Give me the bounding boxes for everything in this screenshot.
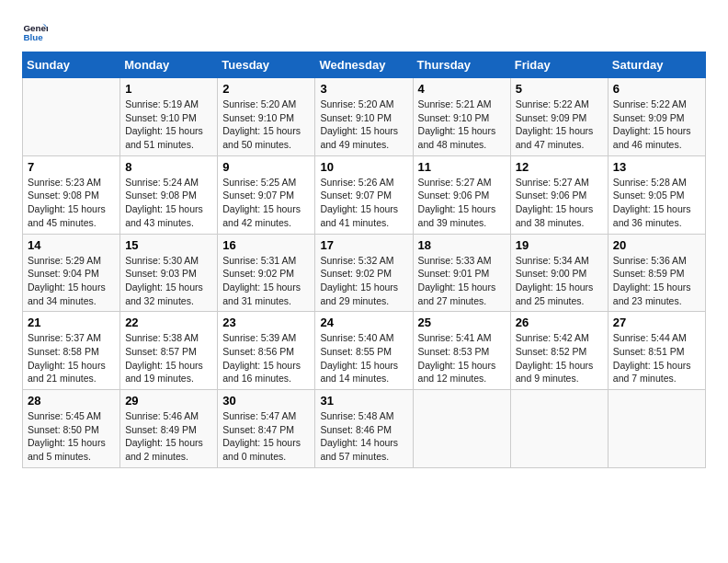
calendar-cell: 27Sunrise: 5:44 AM Sunset: 8:51 PM Dayli… [608, 312, 705, 390]
day-number: 22 [125, 316, 212, 329]
day-info: Sunrise: 5:46 AM Sunset: 8:49 PM Dayligh… [125, 409, 212, 464]
day-number: 23 [222, 316, 310, 329]
calendar-cell: 11Sunrise: 5:27 AM Sunset: 9:06 PM Dayli… [413, 155, 510, 234]
day-number: 11 [418, 160, 506, 174]
day-number: 30 [222, 394, 310, 408]
day-number: 20 [613, 238, 700, 252]
day-info: Sunrise: 5:32 AM Sunset: 9:02 PM Dayligh… [320, 254, 407, 308]
calendar-cell: 26Sunrise: 5:42 AM Sunset: 8:52 PM Dayli… [510, 312, 608, 390]
calendar-cell: 10Sunrise: 5:26 AM Sunset: 9:07 PM Dayli… [315, 155, 413, 234]
calendar-cell: 4Sunrise: 5:21 AM Sunset: 9:10 PM Daylig… [413, 78, 510, 156]
svg-text:Blue: Blue [23, 32, 43, 42]
calendar-cell [413, 390, 510, 468]
day-number: 13 [613, 160, 700, 174]
calendar-cell: 31Sunrise: 5:48 AM Sunset: 8:46 PM Dayli… [315, 390, 413, 468]
day-number: 10 [320, 160, 407, 174]
calendar-cell: 25Sunrise: 5:41 AM Sunset: 8:53 PM Dayli… [413, 312, 510, 390]
calendar-cell: 5Sunrise: 5:22 AM Sunset: 9:09 PM Daylig… [510, 78, 608, 156]
day-number: 8 [125, 160, 212, 174]
day-header-thursday: Thursday [413, 52, 510, 78]
calendar-week-4: 21Sunrise: 5:37 AM Sunset: 8:58 PM Dayli… [23, 312, 706, 390]
day-info: Sunrise: 5:19 AM Sunset: 9:10 PM Dayligh… [125, 98, 212, 152]
day-number: 29 [125, 394, 212, 408]
day-number: 27 [613, 316, 700, 329]
day-header-monday: Monday [120, 52, 218, 78]
day-info: Sunrise: 5:24 AM Sunset: 9:08 PM Dayligh… [125, 176, 212, 230]
calendar-cell: 29Sunrise: 5:46 AM Sunset: 8:49 PM Dayli… [120, 390, 218, 468]
day-info: Sunrise: 5:23 AM Sunset: 9:08 PM Dayligh… [28, 176, 115, 230]
day-number: 2 [222, 82, 310, 96]
day-info: Sunrise: 5:20 AM Sunset: 9:10 PM Dayligh… [222, 98, 310, 152]
day-header-wednesday: Wednesday [315, 52, 413, 78]
calendar-cell: 9Sunrise: 5:25 AM Sunset: 9:07 PM Daylig… [218, 155, 315, 234]
day-number: 15 [125, 238, 212, 252]
day-info: Sunrise: 5:20 AM Sunset: 9:10 PM Dayligh… [320, 98, 407, 152]
day-info: Sunrise: 5:31 AM Sunset: 9:02 PM Dayligh… [222, 254, 310, 308]
calendar-cell: 3Sunrise: 5:20 AM Sunset: 9:10 PM Daylig… [315, 78, 413, 156]
calendar-cell: 19Sunrise: 5:34 AM Sunset: 9:00 PM Dayli… [510, 234, 608, 312]
day-info: Sunrise: 5:22 AM Sunset: 9:09 PM Dayligh… [613, 98, 700, 152]
day-header-saturday: Saturday [608, 52, 705, 78]
calendar-cell: 7Sunrise: 5:23 AM Sunset: 9:08 PM Daylig… [23, 155, 120, 234]
calendar-cell: 1Sunrise: 5:19 AM Sunset: 9:10 PM Daylig… [120, 78, 218, 156]
calendar-cell: 18Sunrise: 5:33 AM Sunset: 9:01 PM Dayli… [413, 234, 510, 312]
day-info: Sunrise: 5:29 AM Sunset: 9:04 PM Dayligh… [28, 254, 115, 308]
calendar-cell: 21Sunrise: 5:37 AM Sunset: 8:58 PM Dayli… [23, 312, 120, 390]
calendar-header-row: SundayMondayTuesdayWednesdayThursdayFrid… [23, 52, 706, 78]
calendar-table: SundayMondayTuesdayWednesdayThursdayFrid… [22, 52, 706, 468]
day-info: Sunrise: 5:27 AM Sunset: 9:06 PM Dayligh… [418, 176, 506, 230]
logo: General Blue [22, 18, 51, 44]
calendar-cell: 17Sunrise: 5:32 AM Sunset: 9:02 PM Dayli… [315, 234, 413, 312]
day-number: 16 [222, 238, 310, 252]
day-number: 5 [516, 82, 603, 96]
day-info: Sunrise: 5:26 AM Sunset: 9:07 PM Dayligh… [320, 176, 407, 230]
calendar-cell: 28Sunrise: 5:45 AM Sunset: 8:50 PM Dayli… [23, 390, 120, 468]
day-info: Sunrise: 5:36 AM Sunset: 8:59 PM Dayligh… [613, 254, 700, 308]
day-info: Sunrise: 5:45 AM Sunset: 8:50 PM Dayligh… [28, 409, 115, 464]
calendar-cell: 23Sunrise: 5:39 AM Sunset: 8:56 PM Dayli… [218, 312, 315, 390]
calendar-week-2: 7Sunrise: 5:23 AM Sunset: 9:08 PM Daylig… [23, 155, 706, 234]
day-number: 26 [516, 316, 603, 329]
day-info: Sunrise: 5:41 AM Sunset: 8:53 PM Dayligh… [418, 331, 506, 385]
day-info: Sunrise: 5:25 AM Sunset: 9:07 PM Dayligh… [222, 176, 310, 230]
day-header-sunday: Sunday [23, 52, 120, 78]
day-info: Sunrise: 5:34 AM Sunset: 9:00 PM Dayligh… [516, 254, 603, 308]
calendar-body: 1Sunrise: 5:19 AM Sunset: 9:10 PM Daylig… [23, 78, 706, 468]
day-info: Sunrise: 5:21 AM Sunset: 9:10 PM Dayligh… [418, 98, 506, 152]
calendar-cell: 20Sunrise: 5:36 AM Sunset: 8:59 PM Dayli… [608, 234, 705, 312]
calendar-cell: 12Sunrise: 5:27 AM Sunset: 9:06 PM Dayli… [510, 155, 608, 234]
day-info: Sunrise: 5:33 AM Sunset: 9:01 PM Dayligh… [418, 254, 506, 308]
calendar-cell: 24Sunrise: 5:40 AM Sunset: 8:55 PM Dayli… [315, 312, 413, 390]
calendar-week-3: 14Sunrise: 5:29 AM Sunset: 9:04 PM Dayli… [23, 234, 706, 312]
day-info: Sunrise: 5:40 AM Sunset: 8:55 PM Dayligh… [320, 331, 407, 385]
day-number: 17 [320, 238, 407, 252]
calendar-cell [23, 78, 120, 156]
calendar-cell: 22Sunrise: 5:38 AM Sunset: 8:57 PM Dayli… [120, 312, 218, 390]
calendar-cell: 16Sunrise: 5:31 AM Sunset: 9:02 PM Dayli… [218, 234, 315, 312]
calendar-week-1: 1Sunrise: 5:19 AM Sunset: 9:10 PM Daylig… [23, 78, 706, 156]
day-number: 6 [613, 82, 700, 96]
calendar-cell: 15Sunrise: 5:30 AM Sunset: 9:03 PM Dayli… [120, 234, 218, 312]
day-info: Sunrise: 5:38 AM Sunset: 8:57 PM Dayligh… [125, 331, 212, 385]
day-number: 9 [222, 160, 310, 174]
day-number: 25 [418, 316, 506, 329]
day-number: 21 [28, 316, 115, 329]
day-info: Sunrise: 5:22 AM Sunset: 9:09 PM Dayligh… [516, 98, 603, 152]
calendar-cell: 2Sunrise: 5:20 AM Sunset: 9:10 PM Daylig… [218, 78, 315, 156]
day-number: 19 [516, 238, 603, 252]
calendar-week-5: 28Sunrise: 5:45 AM Sunset: 8:50 PM Dayli… [23, 390, 706, 468]
day-info: Sunrise: 5:37 AM Sunset: 8:58 PM Dayligh… [28, 331, 115, 385]
day-info: Sunrise: 5:39 AM Sunset: 8:56 PM Dayligh… [222, 331, 310, 385]
day-number: 18 [418, 238, 506, 252]
day-info: Sunrise: 5:30 AM Sunset: 9:03 PM Dayligh… [125, 254, 212, 308]
day-number: 24 [320, 316, 407, 329]
logo-icon: General Blue [22, 18, 48, 44]
day-info: Sunrise: 5:28 AM Sunset: 9:05 PM Dayligh… [613, 176, 700, 230]
day-number: 12 [516, 160, 603, 174]
day-number: 28 [28, 394, 115, 408]
calendar-cell: 8Sunrise: 5:24 AM Sunset: 9:08 PM Daylig… [120, 155, 218, 234]
calendar-cell: 13Sunrise: 5:28 AM Sunset: 9:05 PM Dayli… [608, 155, 705, 234]
day-number: 31 [320, 394, 407, 408]
calendar-cell: 30Sunrise: 5:47 AM Sunset: 8:47 PM Dayli… [218, 390, 315, 468]
calendar-cell: 14Sunrise: 5:29 AM Sunset: 9:04 PM Dayli… [23, 234, 120, 312]
